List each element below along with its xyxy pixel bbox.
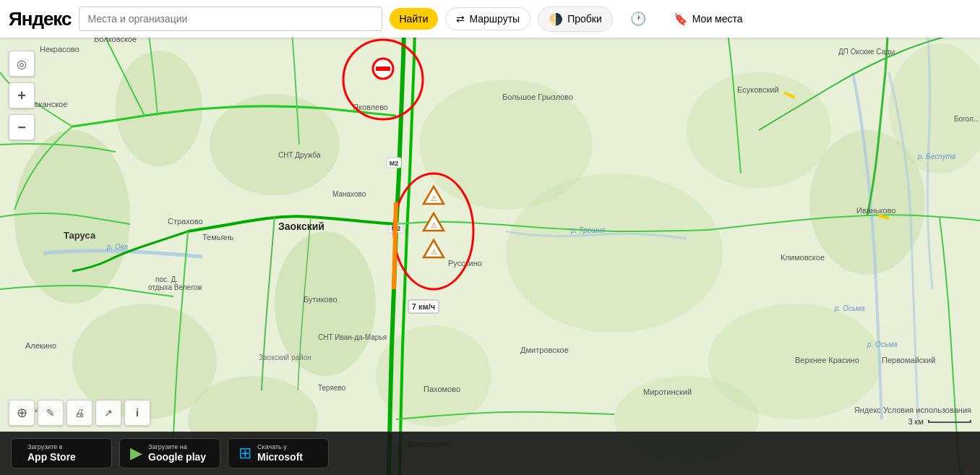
microsoft-text: Скачать у Microsoft <box>257 443 303 463</box>
svg-text:Темьянь: Темьянь <box>202 233 234 241</box>
yandex-brand: Яндекс <box>854 406 881 414</box>
windows-icon: ⊞ <box>238 444 252 463</box>
plus-icon: + <box>17 87 26 104</box>
yandex-logo: Яндекс <box>9 8 72 30</box>
bottom-right-footer: Яндекс Условия использования 3 км <box>854 406 971 426</box>
svg-text:Страхово: Страхово <box>168 217 203 226</box>
svg-text:СНТ Иван-да-Марья: СНТ Иван-да-Марья <box>318 333 387 341</box>
svg-text:р. Осьма: р. Осьма <box>834 304 865 312</box>
svg-text:Манахово: Манахово <box>332 190 366 198</box>
map-container[interactable]: М2 <box>0 0 980 475</box>
locate-icon: ◎ <box>17 57 27 71</box>
google-play-text: Загрузите на Google play <box>148 443 206 463</box>
svg-point-1 <box>14 130 130 304</box>
svg-text:р. Беспута: р. Беспута <box>917 153 956 161</box>
svg-text:Богол...: Богол... <box>954 115 979 123</box>
svg-text:7 км/ч: 7 км/ч <box>412 302 435 311</box>
svg-text:р. Осьма: р. Осьма <box>867 341 898 348</box>
zoom-in-button[interactable]: + <box>9 82 35 108</box>
svg-text:отдыха Велегож: отдыха Велегож <box>148 283 202 291</box>
svg-text:Первомайский: Первомайский <box>882 356 935 364</box>
svg-text:⚠: ⚠ <box>431 194 437 202</box>
google-play-small-text: Загрузите на <box>148 443 206 451</box>
svg-text:Бутиково: Бутиково <box>304 295 338 304</box>
clock-icon: 🕐 <box>630 11 646 27</box>
routes-icon: ⇄ <box>456 13 465 25</box>
svg-text:Климовское: Климовское <box>781 253 825 262</box>
share-icon: ↗ <box>104 407 113 419</box>
scale-container: 3 км <box>908 417 971 426</box>
svg-text:Иваньково: Иваньково <box>856 206 895 215</box>
svg-text:Заокский район: Заокский район <box>259 354 311 361</box>
print-icon: 🖨 <box>74 407 85 419</box>
svg-point-7 <box>506 174 723 333</box>
routes-label: Маршруты <box>469 13 520 25</box>
app-store-button[interactable]: Загрузите в App Store <box>11 438 112 468</box>
printer-button[interactable]: 🖨 <box>66 400 93 426</box>
svg-text:Пахомово: Пахомово <box>424 385 460 393</box>
google-play-button[interactable]: ▶ Загрузите на Google play <box>119 438 220 468</box>
locate-button[interactable]: ◎ <box>9 51 35 77</box>
microsoft-big-text: Microsoft <box>257 451 303 463</box>
layers-icon: ⊕ <box>17 405 27 421</box>
search-wrap[interactable] <box>79 7 382 31</box>
svg-text:Дмитровское: Дмитровское <box>520 346 569 354</box>
svg-text:СНТ Дружба: СНТ Дружба <box>278 151 321 159</box>
zoom-out-button[interactable]: − <box>9 114 35 140</box>
traffic-moon-icon: 🌗 <box>549 12 563 26</box>
traffic-button[interactable]: 🌗 Пробки <box>538 7 613 32</box>
app-store-small-text: Загрузите в <box>27 443 76 451</box>
microsoft-button[interactable]: ⊞ Скачать у Microsoft <box>228 438 329 468</box>
svg-text:Есуковский: Есуковский <box>737 85 779 94</box>
info-button[interactable]: i <box>124 400 150 426</box>
app-store-big-text: App Store <box>27 451 76 463</box>
traffic-label: Пробки <box>567 13 602 25</box>
google-play-big-text: Google play <box>148 451 206 463</box>
bookmark-icon: 🔖 <box>674 12 688 26</box>
microsoft-small-text: Скачать у <box>257 443 303 451</box>
share-button[interactable]: ↗ <box>95 400 121 426</box>
svg-text:Теряево: Теряево <box>318 384 346 392</box>
svg-text:Алекино: Алекино <box>25 341 56 350</box>
android-icon: ▶ <box>130 444 142 463</box>
time-button[interactable]: 🕐 <box>620 6 656 32</box>
sticker-icon: ✎ <box>46 407 55 419</box>
yandex-footer-text: Яндекс Условия использования <box>854 406 971 414</box>
app-store-text: Загрузите в App Store <box>27 443 76 463</box>
svg-text:⚠: ⚠ <box>431 248 437 256</box>
svg-text:М2: М2 <box>390 160 399 167</box>
svg-point-2 <box>116 51 202 166</box>
svg-text:р. Ока: р. Ока <box>106 243 129 251</box>
bottom-left-icons: ⊕ ✎ 🖨 ↗ i <box>9 400 150 426</box>
terms-link[interactable]: Условия использования <box>883 406 971 414</box>
left-controls: ◎ + − <box>9 51 35 140</box>
scale-line <box>928 420 971 423</box>
svg-text:Таруса: Таруса <box>64 230 96 241</box>
svg-text:Большое Грызлово: Большое Грызлово <box>502 93 573 101</box>
find-button[interactable]: Найти <box>390 8 439 30</box>
my-places-label: Мои места <box>692 13 743 25</box>
sticker-button[interactable]: ✎ <box>38 400 64 426</box>
routes-button[interactable]: ⇄ Маршруты <box>445 7 530 30</box>
my-places-button[interactable]: 🔖 Мои места <box>663 7 753 31</box>
svg-text:р. Трешня: р. Трешня <box>570 226 606 234</box>
svg-text:пос. Д.: пос. Д. <box>155 275 178 283</box>
svg-text:⚠: ⚠ <box>431 221 437 229</box>
top-bar: Яндекс Найти ⇄ Маршруты 🌗 Пробки 🕐 🔖 Мои… <box>0 0 980 38</box>
scale-label: 3 км <box>908 417 924 426</box>
svg-rect-59 <box>376 67 390 71</box>
layers-button[interactable]: ⊕ <box>9 400 35 426</box>
svg-text:ДП Окские Сады: ДП Окские Сады <box>838 48 895 56</box>
svg-text:Некрасово: Некрасово <box>40 45 79 54</box>
svg-text:Миротинский: Миротинский <box>643 388 692 396</box>
search-input[interactable] <box>79 7 382 31</box>
svg-text:Заокский: Заокский <box>278 221 324 232</box>
info-icon: i <box>136 407 139 419</box>
logo-text: Яндекс <box>9 8 72 30</box>
bottom-bar: Загрузите в App Store ▶ Загрузите на Goo… <box>0 432 980 475</box>
svg-text:Верхнее Красино: Верхнее Красино <box>795 356 859 364</box>
minus-icon: − <box>17 119 26 136</box>
